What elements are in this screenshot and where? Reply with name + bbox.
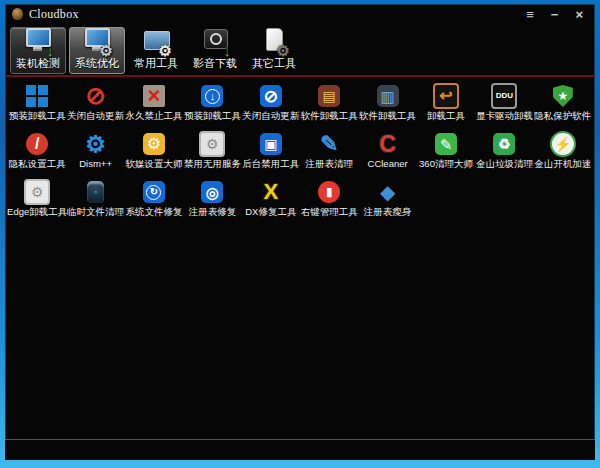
tool-settings-master[interactable]: ⚙软媒设置大师 (125, 130, 183, 178)
tool-system-repair[interactable]: ↻系统文件修复 (125, 178, 183, 226)
tab-pc-check[interactable]: ↓装机检测 (10, 27, 66, 74)
tool-dism-gears[interactable]: ⚙Dism++ (66, 130, 124, 178)
edge-uninstall-icon: ⚙ (24, 179, 50, 205)
junk-clean-icon: ♻ (491, 131, 517, 157)
tool-label: 注册表修复 (189, 206, 237, 219)
tool-firewall-block[interactable]: ×永久禁止工具 (125, 82, 183, 130)
tool-label: 禁用无用服务 (184, 158, 241, 171)
tool-row: ⚙Edge卸载工具◦临时文件清理↻系统文件修复◎注册表修复XDX修复工具▮右键管… (8, 178, 592, 226)
tool-block-update[interactable]: ⊘关闭自动更新 (66, 82, 124, 130)
tool-toolbox[interactable]: ▤软件卸载工具 (300, 82, 358, 130)
tool-label: CCleaner (368, 158, 408, 169)
overlay-glyph: ↓ (224, 43, 232, 58)
glyph: ◦ (94, 188, 97, 197)
tool-registry-slim[interactable]: ◆注册表瘦身 (358, 178, 416, 226)
toolbox-icon: ▤ (316, 83, 342, 109)
tool-temp-clean[interactable]: ◦临时文件清理 (66, 178, 124, 226)
tab-other-tools[interactable]: ⚙其它工具 (246, 27, 302, 74)
registry-repair-icon: ◎ (199, 179, 225, 205)
tool-registry-repair[interactable]: ◎注册表修复 (183, 178, 241, 226)
tool-edge-uninstall[interactable]: ⚙Edge卸载工具 (8, 178, 66, 226)
tool-label: 临时文件清理 (67, 206, 124, 219)
glyph: ↩ (439, 88, 452, 104)
overlay-glyph: ⚙ (159, 43, 172, 58)
glyph: ⊘ (86, 84, 106, 108)
glyph: DDU (496, 92, 513, 100)
block-update-icon: ⊘ (83, 83, 109, 109)
glyph: ♻ (498, 137, 511, 151)
tool-uninstall-arrow[interactable]: ↩卸载工具 (417, 82, 475, 130)
tool-label: 系统文件修复 (125, 206, 182, 219)
tool-disable-services[interactable]: ⚙禁用无用服务 (183, 130, 241, 178)
tool-label: 预装卸载工具 (184, 110, 241, 123)
tool-label: 预装卸载工具 (9, 110, 66, 123)
tool-label: Dism++ (79, 158, 112, 169)
tab-media-download[interactable]: ↓影音下载 (187, 27, 243, 74)
glyph: ⚙ (85, 133, 106, 156)
clean-master-icon: ✎ (433, 131, 459, 157)
disable-update-icon: ⊘ (258, 83, 284, 109)
glyph: ↻ (150, 187, 158, 197)
tool-label: 卸载工具 (427, 110, 465, 123)
trashcan-icon: ▥ (375, 83, 401, 109)
tool-uninstall-shield[interactable]: ↓预装卸载工具 (183, 82, 241, 130)
tool-junk-clean[interactable]: ♻金山垃圾清理 (475, 130, 533, 178)
page-gear-icon: ⚙ (258, 26, 290, 55)
dism-gears-icon: ⚙ (83, 131, 109, 157)
background-disable-icon: ▣ (258, 131, 284, 157)
close-icon[interactable]: × (575, 8, 583, 21)
tool-privacy-shield[interactable]: ★隐私保护软件 (534, 82, 592, 130)
overlay-glyph: ⚙ (100, 43, 113, 58)
menu-icon[interactable]: ≡ (526, 8, 534, 21)
tool-label: 后台禁用工具 (242, 158, 299, 171)
glyph: X (263, 181, 278, 203)
glyph: C (379, 133, 396, 156)
tool-background-disable[interactable]: ▣后台禁用工具 (242, 130, 300, 178)
glyph: ★ (557, 90, 568, 102)
overlay-glyph: ↓ (47, 43, 55, 58)
tool-disable-update[interactable]: ⊘关闭自动更新 (242, 82, 300, 130)
tool-trashcan[interactable]: ▥软件卸载工具 (358, 82, 416, 130)
glyph: ⚙ (147, 136, 161, 152)
tool-row: 预装卸载工具⊘关闭自动更新×永久禁止工具↓预装卸载工具⊘关闭自动更新▤软件卸载工… (8, 82, 592, 130)
glyph: ✎ (440, 137, 453, 152)
tool-context-menu[interactable]: ▮右键管理工具 (300, 178, 358, 226)
tool-windows-logo[interactable]: 预装卸载工具 (8, 82, 66, 130)
settings-master-icon: ⚙ (141, 131, 167, 157)
ccleaner-icon: C (375, 131, 401, 157)
tool-boot-speedup[interactable]: ⚡金山开机加速 (534, 130, 592, 178)
glyph: ✎ (320, 133, 338, 155)
tool-registry-clean[interactable]: ✎注册表清理 (300, 130, 358, 178)
uninstall-shield-icon: ↓ (199, 83, 225, 109)
tool-label: 右键管理工具 (301, 206, 358, 219)
glyph: ⚙ (206, 137, 219, 151)
tool-label: 360清理大师 (419, 158, 473, 171)
tool-label: DX修复工具 (245, 206, 296, 219)
tool-dx-repair[interactable]: XDX修复工具 (242, 178, 300, 226)
titlebar[interactable]: Cloudbox ≡ − × (5, 4, 595, 24)
glyph: ◎ (206, 185, 219, 200)
windows-logo-icon (24, 83, 50, 109)
window-title: Cloudbox (29, 7, 79, 22)
glyph: ⚡ (554, 137, 571, 151)
monitor-download-icon: ↓ (22, 26, 54, 55)
glyph: × (148, 85, 161, 107)
glyph: ↓ (210, 91, 216, 102)
tool-privacy-settings[interactable]: /隐私设置工具 (8, 130, 66, 178)
registry-clean-icon: ✎ (316, 131, 342, 157)
tool-ddu[interactable]: DDU显卡驱动卸载 (475, 82, 533, 130)
tool-clean-master[interactable]: ✎360清理大师 (417, 130, 475, 178)
glyph: ◆ (380, 182, 395, 202)
tool-label: 隐私保护软件 (534, 110, 591, 123)
tab-system-optimize[interactable]: ⚙系统优化 (69, 27, 125, 74)
minimize-icon[interactable]: − (551, 8, 559, 21)
privacy-shield-icon: ★ (550, 83, 576, 109)
tool-label: Edge卸载工具 (7, 206, 67, 219)
tool-ccleaner[interactable]: CCCleaner (358, 130, 416, 178)
tool-row: /隐私设置工具⚙Dism++⚙软媒设置大师⚙禁用无用服务▣后台禁用工具✎注册表清… (8, 130, 592, 178)
disable-services-icon: ⚙ (199, 131, 225, 157)
tool-label: 软件卸载工具 (359, 110, 416, 123)
tab-common-tools[interactable]: ⚙常用工具 (128, 27, 184, 74)
context-menu-icon: ▮ (316, 179, 342, 205)
film-download-icon: ↓ (199, 26, 231, 55)
